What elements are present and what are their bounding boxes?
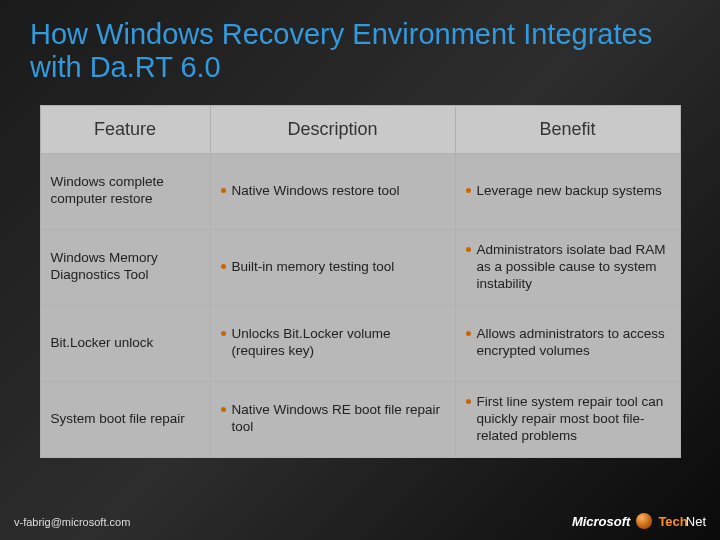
cell-description: Native Windows RE boot file repair tool [210, 381, 455, 457]
feature-table: Feature Description Benefit Windows comp… [40, 105, 681, 458]
cell-text: Unlocks Bit.Locker volume (requires key) [232, 326, 445, 360]
brand-product-a: Tech [658, 514, 687, 529]
cell-feature: System boot file repair [40, 381, 210, 457]
cell-benefit: Leverage new backup systems [455, 153, 680, 229]
header-description: Description [210, 105, 455, 153]
cell-benefit: Allows administrators to access encrypte… [455, 305, 680, 381]
cell-benefit: Administrators isolate bad RAM as a poss… [455, 229, 680, 305]
bullet-icon [221, 331, 226, 336]
table-row: System boot file repair Native Windows R… [40, 381, 680, 457]
bullet-icon [466, 188, 471, 193]
footer-email: v-fabrig@microsoft.com [14, 516, 130, 528]
brand-logo: Microsoft TechNet [572, 512, 706, 530]
table-row: Windows Memory Diagnostics Tool Built-in… [40, 229, 680, 305]
header-benefit: Benefit [455, 105, 680, 153]
bullet-icon [221, 407, 226, 412]
cell-feature: Windows complete computer restore [40, 153, 210, 229]
table-row: Bit.Locker unlock Unlocks Bit.Locker vol… [40, 305, 680, 381]
page-title: How Windows Recovery Environment Integra… [30, 18, 690, 85]
bullet-icon [466, 247, 471, 252]
cell-description: Unlocks Bit.Locker volume (requires key) [210, 305, 455, 381]
brand-company: Microsoft [572, 514, 631, 529]
cell-text: First line system repair tool can quickl… [477, 394, 670, 445]
cell-text: Built-in memory testing tool [232, 259, 395, 276]
cell-text: Allows administrators to access encrypte… [477, 326, 670, 360]
brand-product-b: Net [686, 514, 706, 529]
table-row: Windows complete computer restore Native… [40, 153, 680, 229]
table-header-row: Feature Description Benefit [40, 105, 680, 153]
bullet-icon [466, 399, 471, 404]
header-feature: Feature [40, 105, 210, 153]
cell-text: Native Windows restore tool [232, 183, 400, 200]
cell-feature: Bit.Locker unlock [40, 305, 210, 381]
bullet-icon [221, 188, 226, 193]
sphere-icon [636, 513, 652, 529]
cell-feature: Windows Memory Diagnostics Tool [40, 229, 210, 305]
cell-text: Leverage new backup systems [477, 183, 662, 200]
cell-benefit: First line system repair tool can quickl… [455, 381, 680, 457]
bullet-icon [466, 331, 471, 336]
cell-text: Administrators isolate bad RAM as a poss… [477, 242, 670, 293]
cell-description: Native Windows restore tool [210, 153, 455, 229]
cell-description: Built-in memory testing tool [210, 229, 455, 305]
bullet-icon [221, 264, 226, 269]
cell-text: Native Windows RE boot file repair tool [232, 402, 445, 436]
